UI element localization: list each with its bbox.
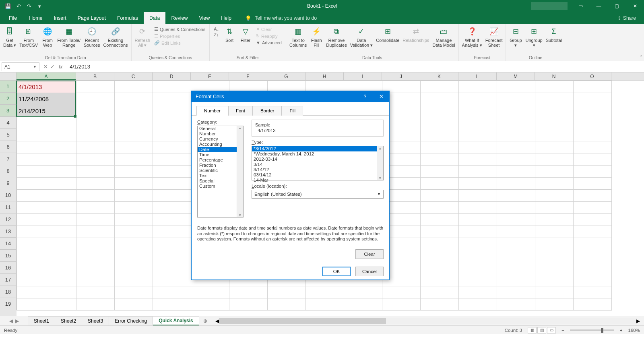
cell-N15[interactable]	[535, 250, 574, 262]
cell-L10[interactable]	[459, 190, 497, 202]
cell-H18[interactable]	[306, 286, 344, 298]
undo-icon[interactable]: ↶	[14, 2, 23, 10]
collapse-ribbon-icon[interactable]: ˄	[640, 55, 642, 60]
from-table-range-button[interactable]: ▦From Table/ Range	[56, 26, 82, 48]
close-icon[interactable]: ✕	[626, 0, 644, 12]
cell-D10[interactable]	[153, 190, 191, 202]
column-header-O[interactable]: O	[573, 72, 611, 80]
cell-A15[interactable]	[17, 250, 76, 262]
advanced-filter-button[interactable]: ▼Advanced	[256, 40, 282, 45]
tab-review[interactable]: Review	[165, 12, 193, 24]
save-icon[interactable]: 💾	[3, 2, 13, 10]
cell-A13[interactable]	[17, 226, 76, 238]
dialog-tab-fill[interactable]: Fill	[282, 106, 303, 116]
cell-A10[interactable]	[17, 190, 76, 202]
column-header-I[interactable]: I	[344, 72, 382, 80]
cell-N14[interactable]	[535, 238, 574, 250]
cell-D5[interactable]	[153, 129, 191, 141]
column-header-J[interactable]: J	[382, 72, 420, 80]
cell-C10[interactable]	[115, 190, 153, 202]
flash-fill-button[interactable]: ⚡Flash Fill	[308, 26, 324, 48]
cell-B18[interactable]	[76, 286, 115, 298]
clear-button[interactable]: Clear	[355, 249, 384, 259]
cell-A3[interactable]: 2/14/2015	[17, 105, 76, 117]
cell-K19[interactable]	[421, 298, 459, 311]
tab-home[interactable]: Home	[23, 12, 48, 24]
cell-B8[interactable]	[76, 166, 115, 178]
relationships-button[interactable]: ⇄Relationships	[401, 26, 431, 43]
dialog-tab-font[interactable]: Font	[228, 106, 253, 116]
cell-M4[interactable]	[497, 117, 535, 129]
row-header-17[interactable]: 17	[0, 274, 17, 286]
qat-more-icon[interactable]: ▾	[35, 2, 44, 10]
cell-D3[interactable]	[153, 105, 191, 117]
manage-data-model-button[interactable]: 🗃Manage Data Model	[431, 26, 456, 48]
enter-formula-icon[interactable]: ✓	[50, 64, 55, 70]
cell-N7[interactable]	[535, 153, 574, 166]
scroll-thumb[interactable]	[219, 318, 386, 324]
cell-K11[interactable]	[421, 202, 459, 214]
dialog-help-icon[interactable]: ?	[357, 91, 373, 102]
cell-A2[interactable]: 11/24/2008	[17, 93, 76, 105]
cell-B19[interactable]	[76, 298, 115, 311]
cell-L4[interactable]	[459, 117, 497, 129]
cell-K17[interactable]	[421, 274, 459, 286]
filter-button[interactable]: ▽Filter	[237, 26, 254, 43]
cell-D8[interactable]	[153, 166, 191, 178]
cell-B13[interactable]	[76, 226, 115, 238]
sheet-next-icon[interactable]: ▶	[15, 318, 19, 324]
name-box[interactable]: A1 ▼	[2, 62, 39, 71]
cell-D7[interactable]	[153, 153, 191, 166]
cell-L8[interactable]	[459, 166, 497, 178]
cell-C4[interactable]	[115, 117, 153, 129]
queries-connections-button[interactable]: ☰Queries & Connections	[154, 27, 205, 32]
cell-D14[interactable]	[153, 238, 191, 250]
refresh-all-button[interactable]: ⟳Refresh All ▾	[133, 26, 152, 48]
sheet-tab-sheet1[interactable]: Sheet1	[28, 316, 55, 325]
cell-K16[interactable]	[421, 262, 459, 274]
cell-L14[interactable]	[459, 238, 497, 250]
cell-B9[interactable]	[76, 178, 115, 190]
cell-A11[interactable]	[17, 202, 76, 214]
cell-D11[interactable]	[153, 202, 191, 214]
formula-input[interactable]	[66, 62, 644, 71]
column-header-D[interactable]: D	[153, 72, 191, 80]
cell-O14[interactable]	[574, 238, 612, 250]
row-header-1[interactable]: 1	[0, 81, 17, 93]
cell-M10[interactable]	[497, 190, 535, 202]
cell-D4[interactable]	[153, 117, 191, 129]
cell-O16[interactable]	[574, 262, 612, 274]
cell-O12[interactable]	[574, 214, 612, 226]
type-item[interactable]: 3/14	[252, 162, 383, 167]
cell-D6[interactable]	[153, 141, 191, 153]
row-header-14[interactable]: 14	[0, 238, 17, 250]
cell-J18[interactable]	[382, 286, 421, 298]
remove-duplicates-button[interactable]: ⧉Remove Duplicates	[324, 26, 348, 48]
cell-A4[interactable]	[17, 117, 76, 129]
cell-D1[interactable]	[153, 81, 191, 93]
cell-N18[interactable]	[535, 286, 574, 298]
cell-B17[interactable]	[76, 274, 115, 286]
cell-M11[interactable]	[497, 202, 535, 214]
cell-K1[interactable]	[421, 81, 459, 93]
cell-B4[interactable]	[76, 117, 115, 129]
cell-O7[interactable]	[574, 153, 612, 166]
cell-B3[interactable]	[76, 105, 115, 117]
cell-A7[interactable]	[17, 153, 76, 166]
cell-A8[interactable]	[17, 166, 76, 178]
dialog-tab-number[interactable]: Number	[196, 106, 228, 116]
zoom-level[interactable]: 160%	[628, 328, 640, 333]
cell-C6[interactable]	[115, 141, 153, 153]
locale-select[interactable]: English (United States) ▼	[252, 190, 384, 199]
from-web-button[interactable]: 🌐From Web	[39, 26, 56, 48]
row-header-8[interactable]: 8	[0, 165, 17, 177]
cell-C14[interactable]	[115, 238, 153, 250]
sheet-tab-sheet3[interactable]: Sheet3	[82, 316, 109, 325]
cell-K12[interactable]	[421, 214, 459, 226]
cell-N12[interactable]	[535, 214, 574, 226]
type-item[interactable]: *3/14/2012	[252, 146, 383, 151]
zoom-slider[interactable]	[570, 329, 614, 331]
data-validation-button[interactable]: ✓Data Validation ▾	[349, 26, 375, 48]
tab-file[interactable]: File	[2, 12, 23, 24]
cell-K18[interactable]	[421, 286, 459, 298]
